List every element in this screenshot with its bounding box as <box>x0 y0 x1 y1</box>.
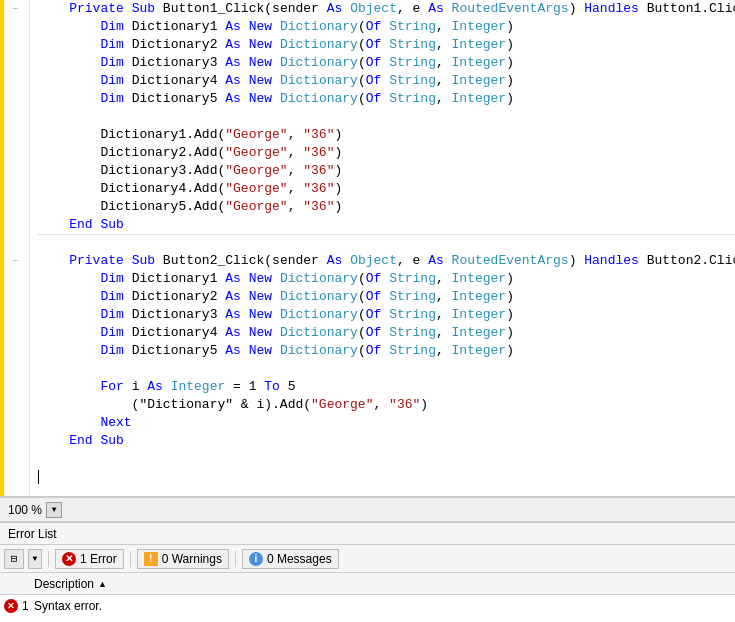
token: Integer <box>452 324 507 342</box>
token: New <box>249 324 272 342</box>
gutter-line <box>9 306 25 324</box>
token <box>38 306 100 324</box>
token: Dictionary2 <box>124 288 225 306</box>
token: ( <box>358 72 366 90</box>
code-line: Dim Dictionary2 As New Dictionary(Of Str… <box>38 288 735 306</box>
token <box>241 54 249 72</box>
col-description-header[interactable]: Description ▲ <box>34 577 731 591</box>
token <box>272 342 280 360</box>
token: Dim <box>100 324 123 342</box>
zoom-dropdown[interactable]: ▼ <box>46 502 62 518</box>
toolbar-separator3 <box>235 551 236 567</box>
token: String <box>389 18 436 36</box>
code-lines[interactable]: Private Sub Button1_Click(sender As Obje… <box>30 0 735 496</box>
text-cursor <box>38 470 39 484</box>
token <box>38 216 69 234</box>
token: Dictionary4.Add( <box>38 180 225 198</box>
description-col-label: Description <box>34 577 94 591</box>
token: Dictionary <box>280 36 358 54</box>
code-line: Dim Dictionary4 As New Dictionary(Of Str… <box>38 72 735 90</box>
error-panel: Error List ⊟ ▼ ✕ 1 Error ! 0 Warnings i … <box>0 522 735 622</box>
code-line <box>38 108 735 126</box>
token: "36" <box>303 144 334 162</box>
gutter-line: − <box>9 252 25 270</box>
token: New <box>249 342 272 360</box>
token: "George" <box>225 126 287 144</box>
code-editor[interactable]: −− Private Sub Button1_Click(sender As O… <box>0 0 735 497</box>
gutter-line <box>9 414 25 432</box>
code-line: Dictionary2.Add("George", "36") <box>38 144 735 162</box>
token: ) <box>506 288 514 306</box>
token: Dictionary2.Add( <box>38 144 225 162</box>
message-count-label: 0 Messages <box>267 552 332 566</box>
gutter-line <box>9 378 25 396</box>
error-panel-header: Error List <box>0 523 735 545</box>
token: String <box>389 324 436 342</box>
token: String <box>389 288 436 306</box>
token <box>272 324 280 342</box>
token: Of <box>366 90 382 108</box>
token: Dictionary <box>280 270 358 288</box>
token: Of <box>366 54 382 72</box>
token <box>381 324 389 342</box>
token: , <box>288 180 304 198</box>
token: Dim <box>100 18 123 36</box>
zoom-level: 100 % <box>8 503 42 517</box>
token: ) <box>506 270 514 288</box>
filter-button[interactable]: ⊟ <box>4 549 24 569</box>
error-row-icon: ✕ <box>4 599 18 613</box>
token: ) <box>334 144 342 162</box>
token <box>272 72 280 90</box>
token: "36" <box>303 180 334 198</box>
token <box>38 54 100 72</box>
token: , <box>373 396 389 414</box>
code-line: Next <box>38 414 735 432</box>
error-count-button[interactable]: ✕ 1 Error <box>55 549 124 569</box>
token: RoutedEventArgs <box>452 252 569 270</box>
code-line <box>38 360 735 378</box>
token: , <box>436 306 452 324</box>
gutter-line <box>9 180 25 198</box>
collapse-marker[interactable]: − <box>9 0 21 18</box>
message-count-button[interactable]: i 0 Messages <box>242 549 339 569</box>
token: Dictionary <box>280 72 358 90</box>
token: , <box>436 18 452 36</box>
token <box>272 18 280 36</box>
token <box>444 252 452 270</box>
warning-count-button[interactable]: ! 0 Warnings <box>137 549 229 569</box>
token: ( <box>358 324 366 342</box>
token <box>241 288 249 306</box>
token: e <box>413 252 421 270</box>
token: Integer <box>452 342 507 360</box>
filter-dropdown[interactable]: ▼ <box>28 549 42 569</box>
gutter-line <box>9 360 25 378</box>
token: String <box>389 36 436 54</box>
token: Integer <box>452 18 507 36</box>
token <box>124 252 132 270</box>
token <box>381 306 389 324</box>
token <box>241 306 249 324</box>
token: , <box>288 162 304 180</box>
token: , <box>436 54 452 72</box>
code-line: Dictionary4.Add("George", "36") <box>38 180 735 198</box>
gutter-line <box>9 54 25 72</box>
gutter-line <box>9 162 25 180</box>
token: String <box>389 72 436 90</box>
code-line: Dim Dictionary3 As New Dictionary(Of Str… <box>38 306 735 324</box>
token <box>381 72 389 90</box>
token: Of <box>366 288 382 306</box>
token: As <box>225 54 241 72</box>
token: Button2_Click( <box>155 252 272 270</box>
token: , <box>288 198 304 216</box>
token: "George" <box>225 144 287 162</box>
token: sender <box>272 0 319 18</box>
token: Dim <box>100 306 123 324</box>
token: Dictionary5 <box>124 90 225 108</box>
code-line: For i As Integer = 1 To 5 <box>38 378 735 396</box>
code-line: Dictionary3.Add("George", "36") <box>38 162 735 180</box>
token: , <box>288 126 304 144</box>
token: ( <box>358 270 366 288</box>
table-row[interactable]: ✕ 1 Syntax error. <box>0 595 735 617</box>
token: Dictionary5 <box>124 342 225 360</box>
collapse-marker[interactable]: − <box>9 252 21 270</box>
